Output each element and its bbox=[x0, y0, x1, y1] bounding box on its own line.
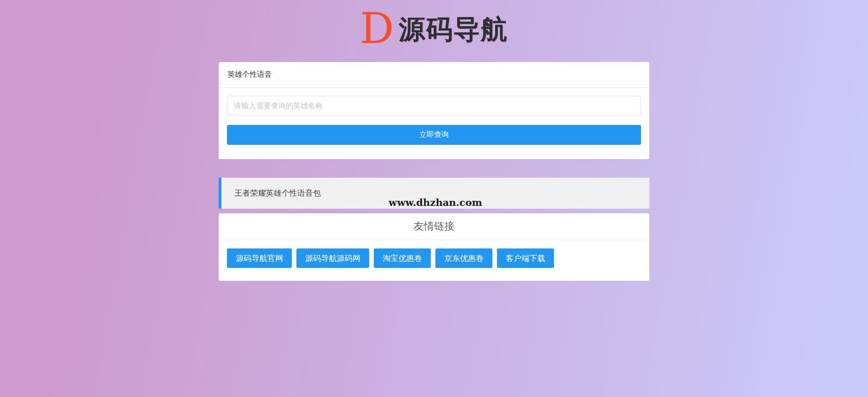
site-logo: D 源码导航 bbox=[0, 7, 868, 50]
link-client-download[interactable]: 客户端下载 bbox=[497, 248, 554, 268]
link-source-site[interactable]: 源码导航源码网 bbox=[296, 248, 369, 268]
notice-text: 王者荣耀英雄个性语音包 bbox=[221, 188, 321, 198]
query-card-body: 立即查询 bbox=[219, 88, 649, 159]
content-column: 英雄个性语音 立即查询 王者荣耀英雄个性语音包 www.dhzhan.com 友… bbox=[219, 62, 649, 281]
link-official-site[interactable]: 源码导航官网 bbox=[227, 248, 292, 268]
voice-query-card: 英雄个性语音 立即查询 bbox=[219, 62, 649, 159]
watermark-text: www.dhzhan.com bbox=[389, 196, 482, 209]
notice-bar: 王者荣耀英雄个性语音包 www.dhzhan.com bbox=[219, 178, 649, 209]
query-submit-button[interactable]: 立即查询 bbox=[227, 125, 641, 145]
friend-links-card: 友情链接 源码导航官网 源码导航源码网 淘宝优惠卷 京东优惠卷 客户端下载 bbox=[219, 213, 649, 281]
logo-d-icon: D bbox=[360, 12, 394, 46]
logo-title: 源码导航 bbox=[399, 16, 508, 42]
link-taobao-coupon[interactable]: 淘宝优惠卷 bbox=[374, 248, 431, 268]
hero-name-input[interactable] bbox=[227, 96, 641, 116]
friend-links-title: 友情链接 bbox=[219, 213, 649, 240]
query-card-header: 英雄个性语音 bbox=[219, 62, 649, 88]
link-jd-coupon[interactable]: 京东优惠卷 bbox=[435, 248, 492, 268]
friend-links-row: 源码导航官网 源码导航源码网 淘宝优惠卷 京东优惠卷 客户端下载 bbox=[219, 240, 649, 268]
